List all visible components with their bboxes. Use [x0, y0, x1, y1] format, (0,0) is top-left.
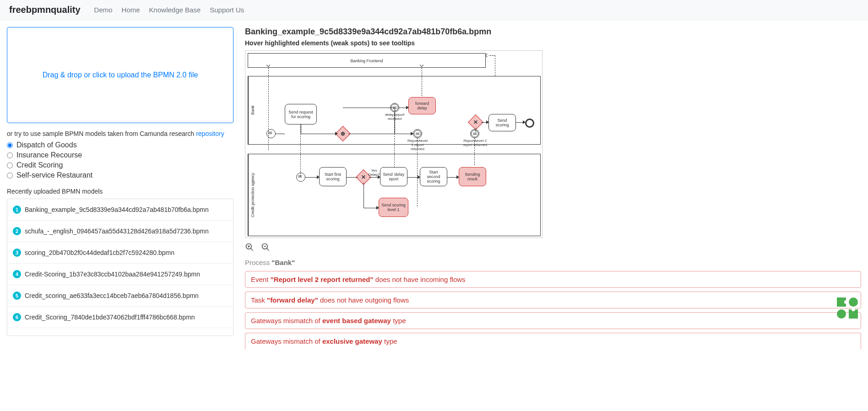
radio-credit[interactable]: Credit Scoring	[7, 161, 233, 169]
radio-input[interactable]	[7, 162, 13, 168]
pool-frontend: Banking Frontend	[248, 53, 486, 68]
radio-input[interactable]	[7, 173, 13, 178]
radio-input[interactable]	[7, 142, 13, 148]
svg-line-5	[267, 249, 269, 251]
radio-input[interactable]	[7, 152, 13, 158]
navbar: freebpmnquality Demo Home Knowledge Base…	[0, 0, 868, 20]
end-event-bank	[525, 119, 534, 128]
repository-link[interactable]: repository	[196, 130, 224, 137]
issue-item: Gateways mismatch of exclusive gateway t…	[245, 333, 861, 349]
task-start-second: Start second scoring	[420, 167, 447, 186]
issue-item: Task "forward delay" does not have outgo…	[245, 292, 861, 308]
list-item[interactable]: 4Credit-Scoring_1b37e3c83ccb4102baa284e9…	[7, 264, 233, 285]
message-flow	[488, 55, 495, 56]
event-report-l1	[413, 129, 422, 138]
task-send-request: Send request for scoring	[285, 104, 317, 124]
list-item[interactable]: 2schufa_-_english_0946457aa55d43128d426a…	[7, 221, 233, 242]
zoom-out-icon[interactable]	[261, 243, 270, 252]
bpmn-diagram[interactable]: Banking Frontend Bank Send request for s…	[245, 50, 542, 238]
zoom-controls	[245, 243, 861, 252]
upload-dropzone[interactable]: Drag & drop or click to upload the BPMN …	[7, 27, 233, 123]
filename-title: Banking_example_9c5d8339e9a344cd92a7ab48…	[245, 27, 861, 37]
floating-widget-icon[interactable]	[836, 297, 859, 319]
item-badge: 2	[13, 227, 21, 235]
hover-hint: Hover highlighted elements (weak spots) …	[245, 39, 861, 47]
item-badge: 3	[13, 249, 21, 257]
svg-point-11	[844, 300, 848, 304]
recent-list[interactable]: 1Banking_example_9c5d8339e9a344cd92a7ab4…	[7, 199, 233, 336]
start-event-agency	[296, 173, 305, 182]
issue-item: Gateways mismatch of event based gateway…	[245, 312, 861, 329]
radio-restaurant[interactable]: Self-service Restaurant	[7, 171, 233, 179]
nav-link-demo[interactable]: Demo	[94, 6, 113, 14]
list-item[interactable]: 5Credit_scoring_ae633fa3ecc14bceb7aeb6a7…	[7, 285, 233, 307]
message-flow	[422, 68, 422, 96]
item-badge: 6	[13, 313, 21, 321]
issue-item: Event "Report level 2 report returned" d…	[245, 271, 861, 288]
recent-heading: Recently uploaded BPMN models	[7, 188, 233, 195]
message-flow	[417, 138, 418, 206]
message-flow	[495, 55, 495, 76]
task-send-scoring-l1: Send scoring level 1	[379, 198, 408, 217]
brand[interactable]: freebpmnquality	[9, 5, 81, 15]
task-send-delay-report: Send 'delay eport	[380, 167, 407, 186]
task-sending-result: Sending result	[459, 167, 486, 186]
list-item[interactable]: 3scoring_20b470b2f0c44dedaf1cb2f7c592428…	[7, 242, 233, 264]
sample-text: or try to use sample BPMN models taken f…	[7, 130, 233, 137]
svg-point-8	[849, 297, 858, 307]
svg-point-12	[852, 308, 855, 311]
radio-dispatch[interactable]: Dispatch of Goods	[7, 141, 233, 149]
svg-point-9	[837, 309, 846, 319]
start-event	[266, 129, 276, 138]
message-flow	[394, 113, 395, 168]
nav-link-support[interactable]: Support Us	[210, 6, 244, 14]
task-forward-delay: forward delay	[408, 97, 436, 114]
svg-line-1	[251, 249, 253, 251]
message-flow	[474, 138, 475, 165]
event-report-l2	[470, 129, 479, 138]
nav-link-home[interactable]: Home	[122, 6, 140, 14]
radio-insurance[interactable]: Insurance Recourse	[7, 151, 233, 159]
process-label: Process "Bank"	[245, 259, 861, 266]
zoom-in-icon[interactable]	[245, 243, 254, 252]
message-flow	[268, 68, 269, 150]
nav-link-kb[interactable]: Knowledge Base	[149, 6, 201, 14]
message-flow	[300, 124, 301, 177]
dropzone-label: Drag & drop or click to upload the BPMN …	[43, 71, 198, 79]
item-badge: 1	[13, 206, 21, 214]
item-badge: 4	[13, 270, 21, 278]
item-badge: 5	[13, 292, 21, 300]
task-send-scoring: Send scoring	[488, 114, 516, 131]
list-item[interactable]: 1Banking_example_9c5d8339e9a344cd92a7ab4…	[7, 199, 233, 221]
list-item[interactable]: 6Credit_Scoring_7840de1bde374062bdf1fff4…	[7, 307, 233, 328]
task-start-first: Start first scoring	[319, 167, 347, 186]
